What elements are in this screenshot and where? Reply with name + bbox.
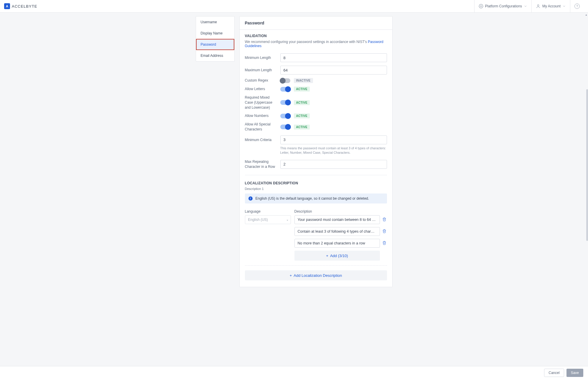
badge-allow-numbers: ACTIVE [294, 113, 310, 118]
help-icon: ? [574, 4, 580, 9]
toggle-mixed-case[interactable] [280, 100, 290, 105]
validation-subtext-prefix: We recommend configuring your password s… [245, 40, 368, 44]
delete-description-button[interactable] [382, 241, 387, 246]
label-min-length: Minimum Length [245, 55, 277, 60]
toggle-allow-letters[interactable] [280, 87, 290, 92]
language-select[interactable]: English (US) [245, 215, 291, 224]
description-column: Description [294, 209, 387, 261]
label-allow-numbers: Allow Numbers [245, 113, 277, 118]
language-select-wrap: English (US) ⌄ [245, 215, 291, 224]
info-icon: i [248, 196, 253, 201]
validation-heading: VALIDATION [245, 34, 387, 38]
trash-icon [382, 241, 386, 245]
toggle-allow-special[interactable] [280, 125, 290, 129]
info-banner-text: English (US) is the default language, so… [256, 196, 369, 201]
description-item [294, 239, 387, 248]
page-body: Username Display Name Password Email Add… [0, 13, 588, 311]
add-localization-label: Add Localization Description [294, 273, 342, 278]
add-description-label: Add (3/10) [330, 254, 348, 258]
user-icon [536, 4, 541, 9]
platform-configurations-label: Platform Configurations [485, 4, 522, 8]
chevron-down-icon [524, 4, 527, 8]
label-allow-special: Allow All Special Characters [245, 122, 277, 132]
svg-point-0 [480, 6, 482, 7]
validation-subtext: We recommend configuring your password s… [245, 40, 387, 48]
description-input-2[interactable] [294, 227, 380, 236]
gear-icon [479, 4, 483, 9]
label-max-length: Maximum Length [245, 68, 277, 73]
trash-icon [382, 229, 386, 233]
language-column: Language English (US) ⌄ [245, 209, 291, 261]
row-allow-special: Allow All Special Characters ACTIVE [245, 122, 387, 132]
description-label: Description [294, 209, 387, 214]
side-menu: Username Display Name Password Email Add… [196, 16, 235, 62]
input-max-repeat[interactable] [280, 160, 387, 169]
input-max-length[interactable] [280, 66, 387, 75]
row-allow-letters: Allow Letters ACTIVE [245, 87, 387, 92]
label-custom-regex: Custom Regex [245, 78, 277, 83]
badge-allow-special: ACTIVE [294, 125, 310, 130]
badge-mixed-case: ACTIVE [294, 100, 310, 105]
top-right-nav: Platform Configurations My Account ? [474, 0, 584, 13]
row-min-criteria: Minimum Criteria [245, 135, 387, 144]
toggle-custom-regex[interactable] [280, 78, 290, 83]
description-item [294, 227, 387, 236]
label-allow-letters: Allow Letters [245, 87, 277, 92]
platform-configurations-menu[interactable]: Platform Configurations [474, 0, 531, 13]
top-bar: A ACCELBYTE Platform Configurations My A… [0, 0, 588, 13]
localization-row: Language English (US) ⌄ Description [245, 209, 387, 261]
row-allow-numbers: Allow Numbers ACTIVE [245, 113, 387, 118]
info-banner: i English (US) is the default language, … [245, 193, 387, 203]
description-item [294, 215, 387, 224]
panel-title: Password [240, 16, 392, 30]
row-max-repeat: Max Repeating Character in a Row [245, 159, 387, 169]
row-custom-regex: Custom Regex INACTIVE [245, 78, 387, 83]
input-min-criteria[interactable] [280, 135, 387, 144]
language-label: Language [245, 209, 291, 214]
section-divider [245, 175, 387, 175]
label-min-criteria: Minimum Criteria [245, 138, 277, 143]
panel-body: VALIDATION We recommend configuring your… [240, 30, 392, 287]
row-max-length: Maximum Length [245, 66, 387, 75]
label-max-repeat: Max Repeating Character in a Row [245, 159, 277, 169]
localization-heading: LOCALIZATION DESCRIPTION [245, 181, 387, 185]
badge-allow-letters: ACTIVE [294, 87, 310, 92]
delete-description-button[interactable] [382, 229, 387, 234]
scroll-up-icon[interactable]: ▲ [585, 14, 587, 16]
my-account-label: My Account [542, 4, 561, 8]
logo-mark: A [4, 3, 10, 9]
logo: A ACCELBYTE [4, 3, 37, 9]
chevron-down-icon [562, 4, 566, 8]
description-input-3[interactable] [294, 239, 380, 248]
plus-icon: + [326, 254, 328, 258]
plus-icon: + [290, 273, 292, 278]
sidemenu-item-display-name[interactable]: Display Name [196, 28, 234, 39]
add-description-button[interactable]: + Add (3/10) [294, 251, 380, 261]
add-localization-button[interactable]: + Add Localization Description [245, 270, 387, 280]
my-account-menu[interactable]: My Account [531, 0, 570, 13]
dotted-divider [245, 265, 387, 266]
row-mixed-case: Required Mixed Case (Uppercase and Lower… [245, 95, 387, 110]
row-min-length: Minimum Length [245, 53, 387, 62]
toggle-allow-numbers[interactable] [280, 114, 290, 118]
description-input-1[interactable] [294, 215, 380, 224]
main-panel: Password VALIDATION We recommend configu… [239, 16, 393, 287]
logo-text: ACCELBYTE [12, 4, 37, 9]
sidemenu-item-username[interactable]: Username [196, 16, 234, 28]
help-button[interactable]: ? [570, 0, 584, 13]
scrollbar-thumb[interactable] [586, 89, 588, 241]
svg-point-1 [537, 5, 539, 6]
input-min-length[interactable] [280, 53, 387, 62]
label-mixed-case: Required Mixed Case (Uppercase and Lower… [245, 95, 277, 110]
delete-description-button[interactable] [382, 217, 387, 222]
badge-custom-regex: INACTIVE [294, 78, 313, 83]
hint-min-criteria: This means the password must contain at … [280, 146, 387, 155]
sidemenu-item-email-address[interactable]: Email Address [196, 50, 234, 61]
description-tag: Description 1 [245, 187, 387, 191]
sidemenu-item-password[interactable]: Password [196, 39, 234, 50]
trash-icon [382, 217, 386, 221]
